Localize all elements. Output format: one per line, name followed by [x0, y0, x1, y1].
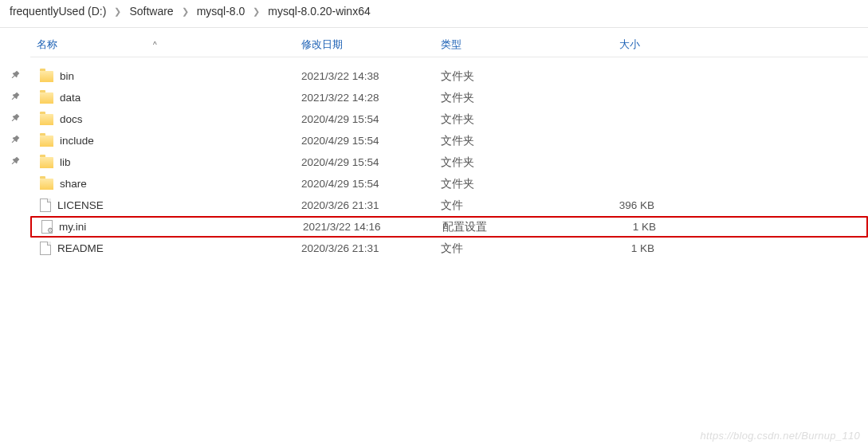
file-row[interactable]: include2020/4/29 15:54文件夹 — [30, 130, 868, 151]
pin-icon[interactable] — [7, 110, 23, 126]
folder-icon — [40, 71, 53, 82]
file-date-cell: 2021/3/22 14:38 — [301, 70, 441, 82]
column-header-name[interactable]: 名称 ^ — [30, 34, 301, 52]
file-name-label: my.ini — [59, 221, 86, 233]
breadcrumb: frequentlyUsed (D:) ❯ Software ❯ mysql-8… — [0, 0, 868, 22]
file-date-cell: 2021/3/22 14:16 — [303, 221, 442, 233]
file-date-cell: 2020/4/29 15:54 — [301, 178, 441, 190]
file-name-cell: README — [30, 242, 301, 255]
breadcrumb-item[interactable]: Software — [126, 3, 176, 19]
breadcrumb-item[interactable]: frequentlyUsed (D:) — [6, 3, 109, 19]
file-list-area: 名称 ^ 修改日期 类型 大小 bin2021/3/22 14:38文件夹dat… — [30, 34, 868, 259]
pin-icon[interactable] — [7, 67, 23, 83]
column-label: 名称 — [37, 37, 57, 52]
file-name-cell: docs — [30, 113, 301, 125]
file-explorer-content: 名称 ^ 修改日期 类型 大小 bin2021/3/22 14:38文件夹dat… — [0, 34, 868, 259]
file-row[interactable]: docs2020/4/29 15:54文件夹 — [30, 108, 868, 130]
file-name-cell: lib — [30, 156, 301, 168]
watermark: https://blog.csdn.net/Burnup_110 — [701, 430, 860, 442]
pin-icon[interactable] — [7, 88, 23, 104]
file-date-cell: 2020/4/29 15:54 — [301, 113, 441, 125]
file-name-label: lib — [60, 156, 71, 168]
file-date-cell: 2020/3/26 21:31 — [301, 199, 441, 211]
file-type-cell: 文件 — [441, 242, 564, 256]
file-row[interactable]: data2021/3/22 14:28文件夹 — [30, 87, 868, 108]
file-type-cell: 文件夹 — [441, 91, 564, 105]
file-row[interactable]: lib2020/4/29 15:54文件夹 — [30, 151, 868, 173]
file-name-cell: my.ini — [32, 220, 303, 234]
file-size-cell: 1 KB — [564, 242, 654, 254]
file-type-cell: 文件夹 — [441, 177, 564, 191]
column-header-row: 名称 ^ 修改日期 类型 大小 — [30, 34, 868, 57]
column-header-size[interactable]: 大小 — [564, 34, 668, 52]
column-header-date[interactable]: 修改日期 — [301, 34, 441, 52]
file-type-cell: 配置设置 — [442, 220, 566, 234]
file-type-cell: 文件夹 — [441, 134, 564, 148]
file-type-cell: 文件夹 — [441, 112, 564, 127]
file-size-cell: 396 KB — [564, 199, 654, 211]
file-row[interactable]: README2020/3/26 21:31文件1 KB — [30, 238, 868, 259]
file-name-cell: share — [30, 178, 301, 190]
file-row[interactable]: bin2021/3/22 14:38文件夹 — [30, 65, 868, 87]
pin-icon[interactable] — [7, 153, 23, 169]
file-type-cell: 文件夹 — [441, 155, 564, 170]
file-date-cell: 2021/3/22 14:28 — [301, 92, 441, 104]
file-name-cell: data — [30, 92, 301, 104]
folder-icon — [40, 114, 53, 125]
file-date-cell: 2020/4/29 15:54 — [301, 135, 441, 147]
chevron-right-icon: ❯ — [182, 6, 189, 17]
chevron-right-icon: ❯ — [253, 6, 260, 17]
file-name-label: README — [57, 242, 104, 254]
file-row[interactable]: LICENSE2020/3/26 21:31文件396 KB — [30, 195, 868, 216]
folder-icon — [40, 92, 53, 104]
sort-indicator-icon: ^ — [153, 41, 157, 49]
file-name-cell: include — [30, 135, 301, 147]
file-list: bin2021/3/22 14:38文件夹data2021/3/22 14:28… — [30, 65, 868, 259]
breadcrumb-item[interactable]: mysql-8.0 — [194, 3, 249, 19]
file-icon — [40, 242, 51, 255]
quick-access-pins — [0, 34, 30, 259]
folder-icon — [40, 157, 53, 168]
file-size-cell: 1 KB — [566, 221, 656, 233]
divider — [0, 27, 868, 28]
file-name-label: include — [60, 135, 94, 147]
file-name-label: bin — [60, 70, 74, 82]
file-name-label: data — [60, 92, 81, 104]
pin-icon[interactable] — [7, 132, 23, 147]
file-name-label: share — [60, 178, 87, 190]
file-date-cell: 2020/3/26 21:31 — [301, 242, 441, 254]
file-type-cell: 文件 — [441, 198, 564, 213]
file-type-cell: 文件夹 — [441, 69, 564, 84]
file-row[interactable]: share2020/4/29 15:54文件夹 — [30, 173, 868, 195]
folder-icon — [40, 179, 53, 190]
file-icon — [40, 198, 51, 212]
config-file-icon — [41, 220, 53, 234]
file-name-cell: LICENSE — [30, 198, 301, 212]
file-row[interactable]: my.ini2021/3/22 14:16配置设置1 KB — [30, 216, 868, 238]
chevron-right-icon: ❯ — [114, 6, 121, 17]
file-date-cell: 2020/4/29 15:54 — [301, 156, 441, 168]
file-name-cell: bin — [30, 70, 301, 82]
column-header-type[interactable]: 类型 — [441, 34, 564, 52]
file-name-label: LICENSE — [57, 199, 104, 211]
breadcrumb-item[interactable]: mysql-8.0.20-winx64 — [265, 3, 373, 19]
file-name-label: docs — [60, 113, 83, 125]
folder-icon — [40, 136, 53, 147]
